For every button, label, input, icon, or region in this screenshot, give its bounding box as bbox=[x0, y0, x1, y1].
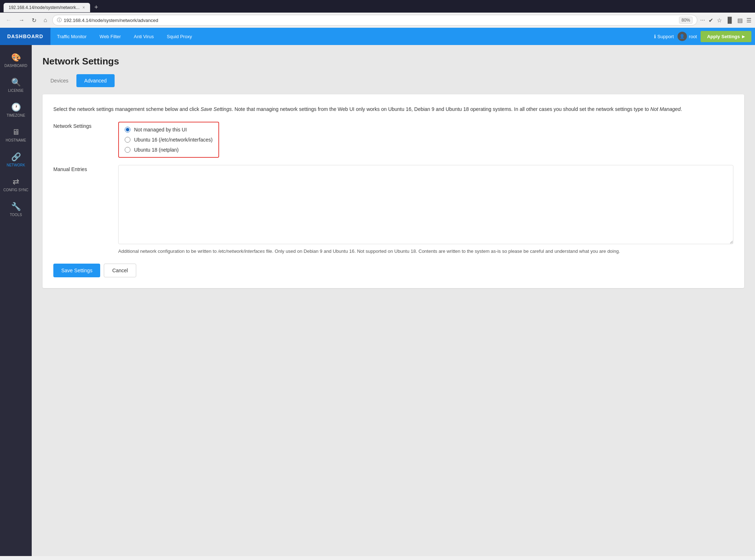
apply-settings-button[interactable]: Apply Settings ▶ bbox=[701, 31, 751, 42]
tools-icon: 🔧 bbox=[11, 202, 21, 211]
radio-not-managed[interactable]: Not managed by this UI bbox=[125, 127, 213, 133]
support-button[interactable]: ℹ Support bbox=[654, 34, 674, 39]
forward-button[interactable]: → bbox=[17, 15, 27, 25]
sidebar-item-label-network: NETWORK bbox=[6, 163, 25, 167]
tabs: Devices Advanced bbox=[43, 74, 744, 87]
tab-title: 192.168.4.14/node/system/network... bbox=[9, 5, 80, 10]
radio-not-managed-label: Not managed by this UI bbox=[134, 127, 187, 133]
browser-chrome: 192.168.4.14/node/system/network... × + bbox=[0, 0, 755, 13]
top-nav-items: Traffic Monitor Web Filter Anti Virus Sq… bbox=[50, 28, 654, 45]
form-actions: Save Settings Cancel bbox=[53, 264, 733, 277]
back-button[interactable]: ← bbox=[4, 15, 14, 25]
refresh-button[interactable]: ↻ bbox=[30, 15, 39, 25]
sidebar-item-dashboard[interactable]: 🎨 DASHBOARD bbox=[0, 49, 32, 72]
user-label: root bbox=[689, 34, 697, 39]
sidebar-item-label-dashboard: DASHBOARD bbox=[4, 64, 27, 68]
hostname-icon: 🖥 bbox=[12, 127, 20, 137]
nav-squid-proxy[interactable]: Squid Proxy bbox=[160, 28, 199, 45]
config-sync-icon: ⇄ bbox=[13, 177, 19, 187]
network-icon: 🔗 bbox=[11, 152, 21, 162]
sidebar-item-timezone[interactable]: 🕐 TIMEZONE bbox=[0, 98, 32, 122]
user-info: 👤 root bbox=[678, 32, 697, 41]
network-settings-label: Network Settings bbox=[53, 122, 111, 129]
cancel-button[interactable]: Cancel bbox=[104, 264, 136, 277]
sidebar-item-network[interactable]: 🔗 NETWORK bbox=[0, 148, 32, 171]
sidebar-item-config-sync[interactable]: ⇄ CONFIG SYNC bbox=[0, 173, 32, 196]
content-area: Network Settings Devices Advanced Select… bbox=[32, 45, 755, 556]
nav-anti-virus[interactable]: Anti Virus bbox=[127, 28, 160, 45]
tab-bar: 192.168.4.14/node/system/network... × + bbox=[4, 2, 751, 13]
more-button[interactable]: ··· bbox=[700, 17, 705, 23]
support-label: Support bbox=[657, 34, 674, 39]
timezone-icon: 🕐 bbox=[11, 103, 21, 112]
network-settings-row: Network Settings Not managed by this UI … bbox=[53, 122, 733, 158]
menu-button[interactable]: ☰ bbox=[746, 17, 751, 24]
radio-ubuntu18-input[interactable] bbox=[125, 147, 130, 153]
tab-advanced[interactable]: Advanced bbox=[76, 74, 115, 87]
toolbar-icons: ··· ✔ ☆ ▐▌ ▤ ☰ bbox=[700, 17, 751, 24]
apply-settings-label: Apply Settings bbox=[707, 34, 740, 39]
home-button[interactable]: ⌂ bbox=[41, 15, 49, 25]
textarea-note: Additional network configuration to be w… bbox=[118, 248, 733, 255]
apply-settings-arrow: ▶ bbox=[742, 35, 745, 39]
star-button[interactable]: ☆ bbox=[717, 17, 722, 24]
support-icon: ℹ bbox=[654, 34, 656, 39]
top-nav: DASHBOARD Traffic Monitor Web Filter Ant… bbox=[0, 28, 755, 45]
radio-ubuntu16[interactable]: Ubuntu 16 (/etc/network/interfaces) bbox=[125, 137, 213, 143]
manual-entries-control: Additional network configuration to be w… bbox=[118, 165, 733, 255]
sidebar-item-tools[interactable]: 🔧 TOOLS bbox=[0, 198, 32, 221]
app-container: DASHBOARD Traffic Monitor Web Filter Ant… bbox=[0, 28, 755, 556]
bookmark-check-button[interactable]: ✔ bbox=[709, 17, 713, 24]
radio-ubuntu16-input[interactable] bbox=[125, 137, 130, 143]
new-tab-button[interactable]: + bbox=[92, 2, 101, 13]
sidebar-item-license[interactable]: 🔍 LICENSE bbox=[0, 73, 32, 97]
radio-ubuntu18[interactable]: Ubuntu 18 (netplan) bbox=[125, 147, 213, 153]
browser-toolbar: ← → ↻ ⌂ ⓘ 80% ··· ✔ ☆ ▐▌ ▤ ☰ bbox=[0, 13, 755, 28]
active-tab[interactable]: 192.168.4.14/node/system/network... × bbox=[4, 3, 90, 12]
page-title: Network Settings bbox=[43, 56, 744, 67]
zoom-badge: 80% bbox=[679, 17, 693, 24]
main-layout: 🎨 DASHBOARD 🔍 LICENSE 🕐 TIMEZONE 🖥 HOSTN… bbox=[0, 45, 755, 556]
sidebar-item-label-tools: TOOLS bbox=[10, 213, 22, 217]
sidebar-item-label-config-sync: CONFIG SYNC bbox=[3, 188, 28, 192]
library-button[interactable]: ▐▌ bbox=[725, 17, 734, 23]
settings-card: Select the network settings management s… bbox=[43, 94, 744, 288]
sidebar-item-label-hostname: HOSTNAME bbox=[6, 138, 26, 142]
nav-web-filter[interactable]: Web Filter bbox=[93, 28, 127, 45]
radio-ubuntu16-label: Ubuntu 16 (/etc/network/interfaces) bbox=[134, 137, 213, 143]
address-bar[interactable]: ⓘ 80% bbox=[52, 15, 697, 26]
sidebar-item-label-license: LICENSE bbox=[8, 89, 24, 93]
reader-button[interactable]: ▤ bbox=[737, 17, 743, 24]
radio-group: Not managed by this UI Ubuntu 16 (/etc/n… bbox=[118, 122, 219, 158]
top-nav-right: ℹ Support 👤 root Apply Settings ▶ bbox=[654, 31, 755, 42]
info-icon: ⓘ bbox=[57, 17, 62, 23]
url-input[interactable] bbox=[64, 18, 677, 23]
manual-entries-label: Manual Entries bbox=[53, 165, 111, 172]
license-icon: 🔍 bbox=[11, 78, 21, 87]
sidebar-item-hostname[interactable]: 🖥 HOSTNAME bbox=[0, 123, 32, 147]
manual-entries-row: Manual Entries Additional network config… bbox=[53, 165, 733, 255]
sidebar: 🎨 DASHBOARD 🔍 LICENSE 🕐 TIMEZONE 🖥 HOSTN… bbox=[0, 45, 32, 556]
tab-devices[interactable]: Devices bbox=[43, 74, 76, 87]
network-settings-control: Not managed by this UI Ubuntu 16 (/etc/n… bbox=[118, 122, 733, 158]
save-settings-button[interactable]: Save Settings bbox=[53, 264, 100, 277]
radio-ubuntu18-label: Ubuntu 18 (netplan) bbox=[134, 147, 179, 153]
manual-entries-textarea[interactable] bbox=[118, 165, 733, 244]
dashboard-icon: 🎨 bbox=[11, 53, 21, 62]
radio-not-managed-input[interactable] bbox=[125, 127, 130, 133]
tab-close-icon[interactable]: × bbox=[83, 5, 85, 10]
brand-logo: DASHBOARD bbox=[0, 28, 50, 45]
sidebar-item-label-timezone: TIMEZONE bbox=[6, 113, 25, 117]
card-description: Select the network settings management s… bbox=[53, 105, 733, 113]
user-avatar: 👤 bbox=[678, 32, 687, 41]
nav-traffic-monitor[interactable]: Traffic Monitor bbox=[50, 28, 93, 45]
